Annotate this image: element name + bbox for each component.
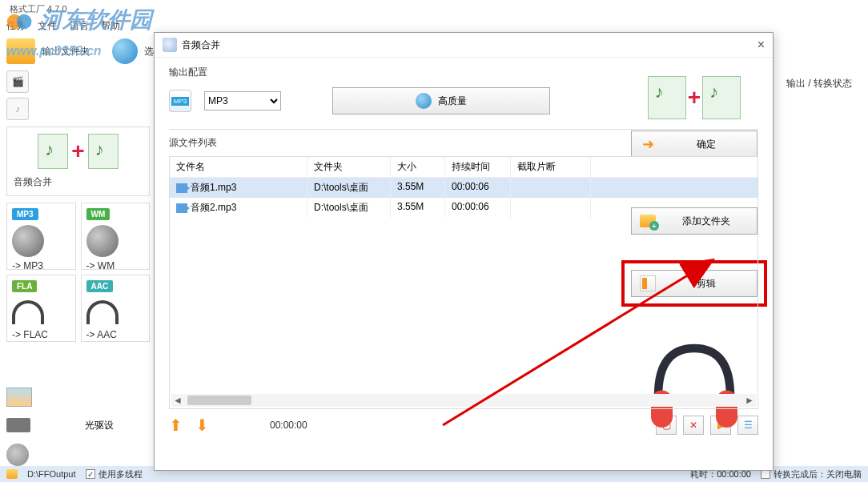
merge-illustration: + — [648, 76, 741, 119]
table-header: 文件名 文件夹 大小 持续时间 截取片断 — [170, 157, 757, 178]
table-row[interactable]: 音频2.mp3 D:\tools\桌面 3.55M 00:00:06 — [170, 198, 757, 218]
music-note-icon — [38, 134, 68, 169]
title-bar: 格式工厂 4.7.0 — [0, 0, 868, 18]
multithread-label: 使用多线程 — [98, 468, 143, 480]
merge-tile-label: 音频合并 — [14, 175, 143, 189]
picture-category-icon[interactable] — [6, 388, 32, 407]
cell-folder: D:\tools\桌面 — [307, 198, 391, 218]
shutdown-label: 转换完成后：关闭电脑 — [774, 468, 862, 480]
badge-fla: FLA — [12, 280, 37, 292]
header-clip[interactable]: 截取片断 — [511, 157, 591, 177]
badge-wm: WM — [86, 208, 111, 220]
format-label: -> AAC — [86, 329, 145, 340]
left-panel: 🎬 ♪ + 音频合并 MP3 -> MP3 WM -> WM FLA — [6, 70, 150, 342]
format-label: -> MP3 — [12, 260, 70, 270]
globe-icon — [416, 93, 432, 109]
menu-file[interactable]: 文件 — [38, 20, 57, 31]
table-row[interactable]: 音频1.mp3 D:\tools\桌面 3.55M 00:00:06 — [170, 178, 757, 198]
arrow-right-icon: ➜ — [640, 136, 656, 152]
right-strip-label: 输出 / 转换状态 — [780, 70, 868, 97]
menu-task[interactable]: 任务 — [6, 20, 26, 31]
close-button[interactable]: × — [757, 38, 765, 52]
badge-mp3: MP3 — [12, 208, 38, 220]
format-select[interactable]: MP3 — [204, 91, 281, 110]
badge-aac: AAC — [86, 280, 114, 292]
scroll-thumb[interactable] — [187, 396, 251, 405]
dialog-icon — [163, 38, 177, 52]
cell-filename: 音频2.mp3 — [191, 202, 236, 213]
plus-icon: + — [71, 139, 84, 164]
cell-clip — [511, 178, 591, 198]
cell-size: 3.55M — [391, 198, 445, 218]
output-folder-icon[interactable] — [6, 38, 35, 64]
bottom-left-icons: 光驱设 — [6, 388, 114, 466]
audio-file-icon — [176, 203, 187, 213]
file-table: 文件名 文件夹 大小 持续时间 截取片断 音频1.mp3 D:\tools\桌面… — [169, 156, 758, 409]
music-note-icon — [88, 134, 119, 169]
format-tile-flac[interactable]: FLA -> FLAC — [6, 275, 76, 342]
speaker-icon — [86, 225, 119, 257]
cell-folder: D:\tools\桌面 — [307, 178, 391, 198]
format-grid: MP3 -> MP3 WM -> WM FLA -> FLAC AAC -> A… — [6, 203, 150, 342]
multithread-checkbox[interactable]: ✓使用多线程 — [86, 468, 143, 480]
headphone-icon — [86, 300, 119, 324]
drive-label: 光驱设 — [85, 419, 114, 432]
header-duration[interactable]: 持续时间 — [445, 157, 511, 177]
dialog-title: 音频合并 — [182, 38, 220, 52]
output-folder-label: 输出文件夹 — [42, 45, 90, 58]
plus-icon: + — [688, 85, 701, 110]
cell-duration: 00:00:06 — [445, 198, 511, 218]
menu-help[interactable]: 帮助 — [101, 20, 120, 31]
format-tile-wm[interactable]: WM -> WM — [81, 203, 151, 270]
move-down-button[interactable]: ⬇ — [195, 416, 209, 435]
format-label: -> WM — [86, 260, 145, 270]
audio-merge-tile[interactable]: + 音频合并 — [6, 127, 150, 196]
ok-label: 确定 — [664, 138, 749, 151]
mp3-format-icon: MP3 — [169, 90, 191, 112]
cell-duration: 00:00:06 — [445, 178, 511, 198]
format-tile-mp3[interactable]: MP3 -> MP3 — [6, 203, 76, 270]
cell-filename: 音频1.mp3 — [191, 182, 236, 193]
audio-category-icon[interactable]: ♪ — [6, 98, 29, 120]
scroll-right-icon[interactable]: ► — [743, 395, 756, 406]
headphone-icon — [12, 300, 44, 324]
header-filename[interactable]: 文件名 — [170, 157, 307, 177]
header-size[interactable]: 大小 — [391, 157, 445, 177]
header-folder[interactable]: 文件夹 — [307, 157, 391, 177]
cd-drive-icon[interactable] — [6, 418, 30, 432]
cell-size: 3.55M — [391, 178, 445, 198]
time-display: 00:00:00 — [270, 420, 307, 431]
music-note-icon — [648, 76, 686, 119]
shutdown-checkbox[interactable]: 转换完成后：关闭电脑 — [761, 468, 862, 480]
output-path[interactable]: D:\FFOutput — [27, 469, 76, 479]
toolbox-icon[interactable] — [6, 444, 29, 466]
video-category-icon[interactable]: 🎬 — [6, 70, 29, 93]
quality-button[interactable]: 高质量 — [332, 87, 550, 114]
options-icon[interactable] — [112, 38, 138, 64]
quality-label: 高质量 — [438, 94, 467, 108]
cell-clip — [511, 198, 591, 218]
menu-lang[interactable]: 语言 — [70, 20, 89, 31]
format-label: -> FLAC — [12, 329, 70, 340]
dialog-title-bar: 音频合并 × — [155, 33, 773, 58]
speaker-icon — [12, 225, 44, 257]
audio-merge-dialog: 音频合并 × 输出配置 MP3 MP3 高质量 + ➜ 确定 + 添加文 — [154, 32, 774, 471]
scroll-left-icon[interactable]: ◄ — [171, 395, 184, 406]
music-note-icon — [702, 76, 741, 119]
format-tile-aac[interactable]: AAC -> AAC — [81, 275, 151, 342]
ok-button[interactable]: ➜ 确定 — [631, 131, 757, 158]
move-up-button[interactable]: ⬆ — [169, 416, 183, 435]
folder-icon[interactable] — [6, 469, 18, 479]
audio-file-icon — [176, 183, 187, 193]
horizontal-scrollbar[interactable]: ◄ ► — [171, 394, 756, 407]
window-title: 格式工厂 4.7.0 — [10, 4, 67, 14]
